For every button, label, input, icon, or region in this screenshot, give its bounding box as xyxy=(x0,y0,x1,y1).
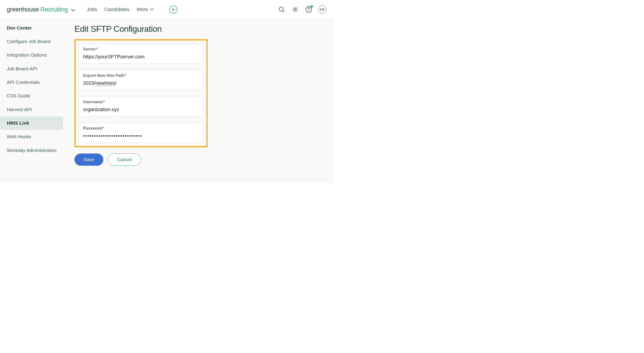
help-icon[interactable] xyxy=(305,6,312,13)
required-asterisk: * xyxy=(103,100,105,104)
gear-icon[interactable] xyxy=(291,6,299,13)
app-header: greenhouse Recruiting Jobs Candidates Mo… xyxy=(0,0,333,19)
sidebar-item-label: API Credentials xyxy=(7,80,40,85)
logo-text-secondary: Recruiting xyxy=(40,6,68,13)
field-password: Password* ••••••••••••••••••••••••••• xyxy=(79,123,203,143)
form-highlight-box: Server* Export New Hire Path* 2023/newhi… xyxy=(74,39,208,147)
export-path-input[interactable]: 2023/newhires/ xyxy=(83,80,199,86)
sidebar: Dev Center Configure Job Board Integrati… xyxy=(0,19,66,183)
nav-label: Candidates xyxy=(104,6,129,12)
label-text: Username xyxy=(83,100,103,104)
field-server: Server* xyxy=(79,43,203,63)
sidebar-item-label: Web Hooks xyxy=(7,134,31,139)
add-button[interactable] xyxy=(169,5,177,13)
sidebar-item-integration-options[interactable]: Integration Options xyxy=(0,48,66,62)
nav-candidates[interactable]: Candidates xyxy=(104,6,129,12)
nav-label: Jobs xyxy=(87,6,97,12)
field-username: Username* xyxy=(79,96,203,116)
sidebar-item-label: Integration Options xyxy=(7,52,47,57)
label-text: Password xyxy=(83,126,102,130)
sidebar-item-workday-administration[interactable]: Workday Administration xyxy=(0,144,66,157)
field-label: Password* xyxy=(83,126,199,131)
form-actions: Save Cancel xyxy=(74,153,324,166)
label-text: Server xyxy=(83,47,96,51)
chevron-down-icon[interactable] xyxy=(71,9,75,11)
nav-label: More xyxy=(137,6,148,12)
svg-point-1 xyxy=(294,8,296,10)
sidebar-item-label: Harvest API xyxy=(7,107,32,112)
sidebar-item-web-hooks[interactable]: Web Hooks xyxy=(0,130,66,143)
sidebar-item-label: Job Board API xyxy=(7,66,37,71)
save-button[interactable]: Save xyxy=(74,153,103,166)
svg-point-3 xyxy=(308,10,309,11)
sidebar-item-label: CSS Guide xyxy=(7,93,30,98)
main-content: Edit SFTP Configuration Server* Export N… xyxy=(66,19,333,183)
required-asterisk: * xyxy=(96,47,98,51)
avatar[interactable]: DK xyxy=(318,5,326,13)
required-asterisk: * xyxy=(125,73,126,78)
nav-more[interactable]: More xyxy=(137,6,154,12)
field-export-path: Export New Hire Path* 2023/newhires/ xyxy=(79,70,203,90)
sidebar-item-label: Configure Job Board xyxy=(7,39,50,44)
nav-jobs[interactable]: Jobs xyxy=(87,6,97,12)
path-post: / xyxy=(115,80,117,86)
sidebar-item-label: HRIS Link xyxy=(7,120,29,126)
field-label: Export New Hire Path* xyxy=(83,73,199,78)
sidebar-item-configure-job-board[interactable]: Configure Job Board xyxy=(0,35,66,48)
sidebar-title: Dev Center xyxy=(0,25,66,35)
sidebar-item-api-credentials[interactable]: API Credentials xyxy=(0,75,66,89)
username-input[interactable] xyxy=(83,106,199,113)
field-label: Server* xyxy=(83,47,199,52)
sidebar-item-job-board-api[interactable]: Job Board API xyxy=(0,62,66,75)
notification-dot xyxy=(311,5,313,7)
label-text: Export New Hire Path xyxy=(83,73,124,78)
server-input[interactable] xyxy=(83,53,199,60)
sidebar-item-hris-link[interactable]: HRIS Link xyxy=(0,116,63,130)
path-pre: 2023/ xyxy=(83,80,96,86)
path-mid: newhires xyxy=(96,80,115,86)
sidebar-item-label: Workday Administration xyxy=(7,148,56,153)
search-icon[interactable] xyxy=(278,6,286,13)
avatar-initials: DK xyxy=(320,7,325,11)
primary-nav: Jobs Candidates More xyxy=(87,5,177,13)
sidebar-item-harvest-api[interactable]: Harvest API xyxy=(0,103,66,116)
page-title: Edit SFTP Configuration xyxy=(74,24,324,34)
app-body: Dev Center Configure Job Board Integrati… xyxy=(0,19,333,183)
sidebar-item-css-guide[interactable]: CSS Guide xyxy=(0,89,66,103)
cancel-button[interactable]: Cancel xyxy=(108,153,141,166)
logo-text-primary: greenhouse xyxy=(7,6,39,13)
required-asterisk: * xyxy=(103,126,104,130)
password-input[interactable]: ••••••••••••••••••••••••••• xyxy=(83,133,199,140)
field-label: Username* xyxy=(83,100,199,104)
header-right: DK xyxy=(278,5,326,13)
logo[interactable]: greenhouse Recruiting xyxy=(7,6,75,13)
chevron-down-icon xyxy=(150,8,154,10)
